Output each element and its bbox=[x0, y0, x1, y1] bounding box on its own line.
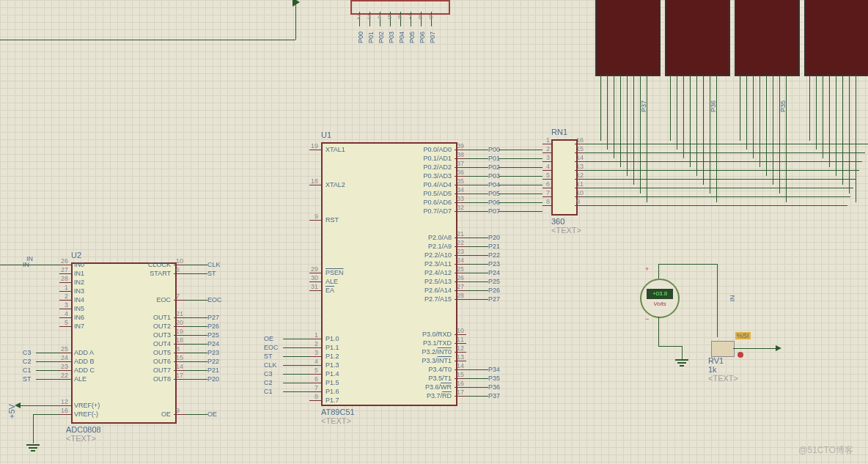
wire bbox=[717, 264, 718, 337]
net-label: OE bbox=[264, 335, 273, 342]
wire bbox=[670, 75, 671, 141]
pin-number: 26 bbox=[49, 257, 68, 265]
net-label: C2 bbox=[23, 358, 32, 365]
pin-number: 13 bbox=[457, 353, 464, 361]
pin-number: 1 bbox=[537, 136, 550, 144]
pin-name: ADD C bbox=[74, 367, 95, 374]
pin-tick bbox=[455, 246, 466, 247]
pin-tick bbox=[542, 179, 551, 180]
wire bbox=[0, 40, 295, 40]
wire bbox=[600, 75, 601, 141]
wire bbox=[466, 255, 488, 256]
wire bbox=[753, 75, 754, 158]
pin-name: P3.3/INT1 bbox=[415, 357, 452, 364]
pin-tick bbox=[309, 347, 321, 348]
u1-part: AT89C51 bbox=[321, 408, 355, 416]
pin-tick bbox=[575, 205, 584, 206]
pin-tick bbox=[542, 188, 551, 188]
rn1-text: <TEXT> bbox=[551, 226, 581, 235]
wire bbox=[647, 75, 647, 202]
wire bbox=[499, 150, 542, 150]
pin-tick bbox=[542, 144, 551, 144]
probe-icon bbox=[738, 352, 743, 358]
wire bbox=[466, 158, 488, 159]
pin-name: P0.3/AD3 bbox=[415, 172, 452, 180]
pin-number: 15 bbox=[576, 145, 584, 152]
pin-tick bbox=[455, 194, 466, 194]
pin-tick bbox=[455, 281, 466, 282]
rn1-ref: RN1 bbox=[551, 128, 567, 136]
pin-number: 1 bbox=[301, 331, 318, 339]
pin-tick bbox=[542, 196, 551, 197]
wire bbox=[773, 75, 773, 185]
net-label: P07 bbox=[429, 32, 436, 43]
pin-number: 28 bbox=[49, 275, 68, 282]
wire bbox=[185, 361, 207, 362]
pin-number: 31 bbox=[301, 283, 318, 290]
u2-text: <TEXT> bbox=[66, 434, 96, 443]
pin-name: P3.2/INT0 bbox=[415, 348, 452, 356]
pin-name: P0.0/AD0 bbox=[415, 146, 452, 153]
net-label: C1 bbox=[264, 388, 273, 395]
pin-name: ADD A bbox=[74, 349, 94, 356]
net-label: P24 bbox=[488, 269, 500, 276]
voltmeter-label: Volts bbox=[641, 301, 678, 307]
pin-number: 4 bbox=[378, 13, 381, 21]
pin-number: 27 bbox=[457, 283, 464, 290]
wire bbox=[620, 75, 621, 167]
wire bbox=[614, 75, 614, 158]
wire bbox=[584, 144, 868, 144]
pin-tick bbox=[174, 414, 185, 415]
pin-name: P3.7/RD bbox=[415, 392, 452, 399]
net-label: P24 bbox=[207, 340, 219, 347]
pin-name: IN6 bbox=[74, 314, 84, 321]
wire bbox=[658, 317, 659, 346]
net-label: P03 bbox=[388, 32, 395, 43]
pin-tick bbox=[309, 400, 321, 401]
pin-number: 6 bbox=[176, 266, 180, 273]
wire bbox=[36, 379, 59, 380]
wire bbox=[185, 326, 207, 327]
pin-number: 15 bbox=[457, 371, 464, 378]
pin-tick bbox=[309, 150, 321, 150]
pin-number: 9 bbox=[176, 407, 180, 414]
pin-number: 3 bbox=[301, 349, 318, 356]
pin-name: P1.7 bbox=[326, 397, 339, 404]
net-label: EOC bbox=[264, 344, 279, 351]
wire bbox=[658, 346, 682, 347]
pin-number: 30 bbox=[301, 274, 318, 281]
pin-number: 11 bbox=[576, 180, 584, 188]
pin-name: P0.4/AD4 bbox=[415, 181, 452, 188]
pin-name: OE bbox=[144, 410, 171, 418]
pin-number: 37 bbox=[457, 160, 464, 167]
pin-number: 24 bbox=[457, 257, 464, 264]
pin-name: P2.7/A15 bbox=[415, 295, 452, 303]
wire bbox=[185, 379, 207, 380]
pin-name: XTAL1 bbox=[326, 146, 345, 153]
pin-tick bbox=[455, 202, 466, 203]
wire bbox=[823, 75, 823, 158]
wire bbox=[466, 273, 488, 273]
wire bbox=[733, 348, 777, 349]
pin-tick bbox=[174, 335, 185, 336]
pin-tick bbox=[174, 326, 185, 327]
arrow-icon bbox=[15, 402, 21, 408]
pin-number: 16 bbox=[576, 136, 584, 144]
wire bbox=[185, 353, 207, 353]
pin-number: 22 bbox=[457, 239, 464, 246]
pin-number: 3 bbox=[537, 154, 550, 161]
wire bbox=[716, 75, 717, 202]
pin-tick bbox=[575, 144, 584, 144]
wire bbox=[779, 75, 780, 194]
pin-number: 1 bbox=[49, 284, 68, 291]
wire bbox=[849, 75, 850, 194]
pin-tick bbox=[174, 361, 185, 362]
pin-tick bbox=[174, 300, 185, 301]
pin-number: 8 bbox=[537, 198, 550, 205]
pin-number: 12 bbox=[457, 345, 464, 352]
wire bbox=[690, 75, 691, 167]
pin-number: 7 bbox=[408, 13, 412, 21]
pin-tick bbox=[174, 317, 185, 318]
u1-text: <TEXT> bbox=[321, 416, 351, 425]
pin-name: P0.6/AD6 bbox=[415, 199, 452, 206]
